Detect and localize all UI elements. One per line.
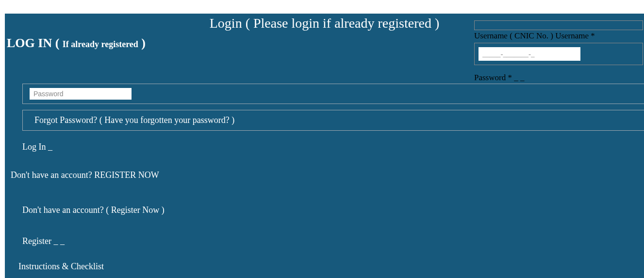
username-top-border <box>474 20 643 30</box>
username-label: Username ( CNIC No. ) Username * <box>474 30 644 43</box>
password-label-row: Password * _ _ <box>474 73 644 83</box>
register-now-link[interactable]: REGISTER NOW <box>94 170 159 180</box>
register-button-trail: _ _ <box>51 236 65 246</box>
username-input[interactable] <box>479 47 580 61</box>
login-button-row: Log In _ <box>22 142 52 152</box>
register-prompt-caps: Don't have an account? REGISTER NOW <box>11 170 159 180</box>
username-input-wrap <box>474 43 643 65</box>
password-label: Password * <box>474 73 512 82</box>
login-heading-end: ) <box>138 36 146 50</box>
password-row <box>22 84 644 104</box>
register-button-row: Register _ _ <box>22 236 65 246</box>
register-button[interactable]: Register <box>22 236 51 246</box>
login-panel: Login ( Please login if already register… <box>5 14 644 278</box>
register-prompt-lower: Don't have an account? ( Register Now ) <box>22 205 165 215</box>
instructions-checklist-link[interactable]: Instructions & Checklist <box>18 261 104 272</box>
login-button[interactable]: Log In <box>22 142 46 152</box>
login-heading-sub: If already registered <box>63 39 138 49</box>
password-label-trail: _ _ <box>512 73 525 82</box>
forgot-password-link[interactable]: Forgot Password? ( Have you forgotten yo… <box>22 110 644 131</box>
login-button-trail: _ <box>46 142 53 152</box>
username-block: Username ( CNIC No. ) Username * Passwor… <box>474 20 644 83</box>
password-input[interactable] <box>30 88 132 100</box>
register-prompt-prefix: Don't have an account? <box>11 170 94 180</box>
login-heading-main: LOG IN ( <box>7 36 63 50</box>
